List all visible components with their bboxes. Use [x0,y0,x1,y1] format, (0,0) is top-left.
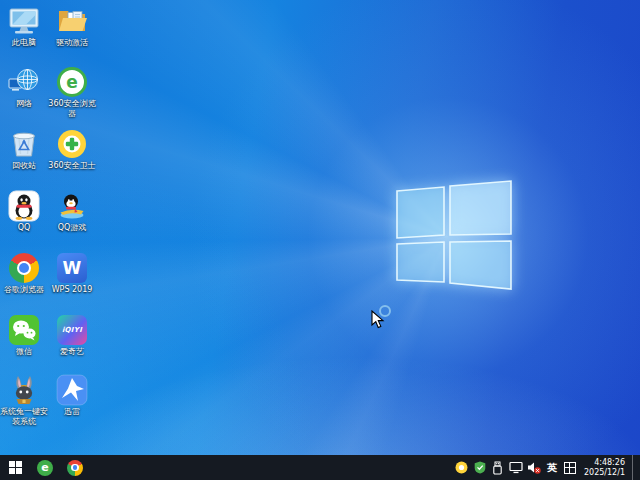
desktop-icon-label: 爱奇艺 [48,347,96,357]
show-desktop-button[interactable] [632,455,638,480]
desktop-icon-label: QQ [0,223,48,233]
desktop-icon-360-safe-browser[interactable]: e 360安全浏览器 [48,66,96,119]
taskbar-item-chrome[interactable] [60,455,90,480]
desktop-icon-label: 此电脑 [0,38,48,48]
driver-activation-folder-icon [56,5,88,37]
qq-games-icon [56,190,88,222]
desktop-icon-this-pc[interactable]: 此电脑 [0,5,48,48]
iqiyi-icon: iQIYI [56,314,88,346]
clock-date: 2025/12/1 [584,468,625,478]
desktop-icon-label: 回收站 [0,161,48,171]
desktop-icon-label: 系统兔一键安装系统 [0,407,48,427]
desktop-icon-recycle-bin[interactable]: 回收站 [0,128,48,171]
qq-icon [8,190,40,222]
desktop: 此电脑 网络 回收站 [0,0,640,480]
mouse-cursor [371,310,385,329]
desktop-icon-label: 微信 [0,347,48,357]
iqiyi-logo-text: iQIYI [62,326,82,334]
desktop-icon-label: 360安全卫士 [48,161,96,171]
clock-time: 4:48:26 [584,458,625,468]
tray-network-display-icon[interactable] [509,460,523,476]
network-icon [8,66,40,98]
desktop-icon-driver-activation[interactable]: 驱动激活 [48,5,96,48]
desktop-icon-label: 谷歌浏览器 [0,285,48,295]
tray-ime-language-indicator[interactable]: 英 [545,460,559,476]
desktop-icon-label: 驱动激活 [48,38,96,48]
taskbar-item-360-safe-browser[interactable]: e [30,455,60,480]
system-rabbit-icon [8,374,40,406]
desktop-icon-label: WPS 2019 [48,285,96,295]
tray-360-antivirus-icon[interactable] [455,460,469,476]
360-browser-taskbar-icon: e [37,460,53,476]
taskbar: e [0,455,640,480]
system-tray: 英 4:48:26 2025/12/1 [455,455,640,480]
desktop-icon-thunder[interactable]: 迅雷 [48,374,96,417]
desktop-icon-label: 360安全浏览器 [48,99,96,119]
desktop-icon-chrome[interactable]: 谷歌浏览器 [0,252,48,295]
wps-w-glyph: W [63,260,82,277]
desktop-icon-iqiyi[interactable]: iQIYI 爱奇艺 [48,314,96,357]
tray-ime-mode-icon[interactable] [563,460,577,476]
desktop-icon-label: 迅雷 [48,407,96,417]
360-safe-browser-icon: e [56,66,88,98]
wechat-icon [8,314,40,346]
recycle-bin-icon [8,128,40,160]
chrome-taskbar-icon [67,460,83,476]
chrome-icon [8,252,40,284]
wallpaper-floor-glow [0,335,640,455]
desktop-icon-wps[interactable]: W WPS 2019 [48,252,96,295]
desktop-icon-qq-games[interactable]: QQ游戏 [48,190,96,233]
desktop-icon-qq[interactable]: QQ [0,190,48,233]
desktop-icon-label: 网络 [0,99,48,109]
wps-icon: W [56,252,88,284]
windows-logo [393,178,515,294]
tray-clock[interactable]: 4:48:26 2025/12/1 [584,458,625,477]
windows-start-icon [9,461,22,474]
desktop-icon-wechat[interactable]: 微信 [0,314,48,357]
ime-grid-icon [564,462,576,474]
360-security-guard-icon [56,128,88,160]
desktop-icon-network[interactable]: 网络 [0,66,48,109]
tray-usb-device-icon[interactable] [491,460,505,476]
start-button[interactable] [0,455,30,480]
desktop-icon-label: QQ游戏 [48,223,96,233]
desktop-icon-system-rabbit[interactable]: 系统兔一键安装系统 [0,374,48,427]
360-browser-e-glyph: e [66,74,78,91]
tray-security-shield-icon[interactable] [473,460,487,476]
tray-volume-muted-icon[interactable] [527,460,541,476]
thunder-icon [56,374,88,406]
this-pc-icon [8,5,40,37]
desktop-icon-360-security-guard[interactable]: 360安全卫士 [48,128,96,171]
